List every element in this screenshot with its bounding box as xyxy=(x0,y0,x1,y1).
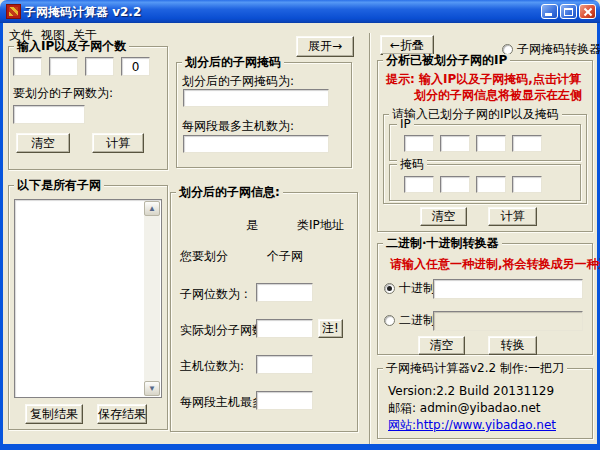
collapse-button[interactable]: ←折叠 xyxy=(380,35,434,55)
analyze-ip-octet4-input[interactable] xyxy=(512,135,542,152)
converter-clear-button[interactable]: 清空 xyxy=(418,336,465,355)
max-hosts-input[interactable] xyxy=(183,135,329,153)
close-icon xyxy=(580,5,595,18)
mask-result-label: 划分后的子网掩码为: xyxy=(182,74,294,88)
converter-hint: 请输入任意一种进制,将会转换成另一种进制 xyxy=(390,257,600,271)
analyze-mask-octet3-input[interactable] xyxy=(476,176,506,193)
close-button[interactable] xyxy=(579,4,596,19)
ip-octet1-input[interactable] xyxy=(13,57,42,76)
left-clear-button[interactable]: 清空 xyxy=(16,133,70,153)
subnet-info-group-title: 划分后的子网信息: xyxy=(176,186,283,198)
subnet-count-input[interactable] xyxy=(13,105,85,124)
analyze-hint-line1: 提示: 输入IP以及子网掩码,点击计算 xyxy=(386,72,581,86)
analyze-mask-octet4-input[interactable] xyxy=(512,176,542,193)
mask-result-group-title: 划分后的子网掩码 xyxy=(182,56,284,68)
window-border-bottom xyxy=(0,444,600,450)
expand-button[interactable]: 展开→ xyxy=(296,36,354,57)
analyze-group-title: 分析已被划分子网的IP xyxy=(383,54,510,66)
actual-subnets-input[interactable] xyxy=(256,319,313,338)
max-hosts-label: 每网段最多主机数为: xyxy=(182,119,294,133)
app-window: 子网掩码计算器 v2.2 文件 视图 关于 输入IP以及子网个数 要划分的子网数… xyxy=(0,0,600,450)
window-title: 子网掩码计算器 v2.2 xyxy=(24,4,141,21)
scrollbar-up-button[interactable]: ▲ xyxy=(144,201,160,216)
ip-octet4-input[interactable] xyxy=(121,57,150,76)
subnets-suffix-label: 个子网 xyxy=(267,249,303,263)
segment-max-hosts-input[interactable] xyxy=(256,391,313,410)
host-bits-input[interactable] xyxy=(256,355,313,374)
analyze-ip-octet2-input[interactable] xyxy=(440,135,470,152)
analyze-ip-octet3-input[interactable] xyxy=(476,135,506,152)
mask-converter-radio-label[interactable]: 子网掩码转换器 xyxy=(517,42,600,56)
analyze-ip-label: IP xyxy=(397,118,414,130)
arrow-down-icon: ▼ xyxy=(148,384,156,393)
you-divide-label: 您要划分 xyxy=(180,249,228,263)
segment-max-hosts-label: 每网段主机最多: xyxy=(180,395,268,409)
subnets-scrollbar: ▲ ▼ xyxy=(144,201,160,396)
column-divider xyxy=(369,33,371,444)
host-bits-label: 主机位数为: xyxy=(180,359,244,373)
subnets-group-title: 以下是所有子网 xyxy=(14,179,104,191)
minimize-icon xyxy=(545,13,552,16)
decimal-input[interactable] xyxy=(433,279,583,299)
analyze-ip-octet1-input[interactable] xyxy=(404,135,434,152)
scrollbar-down-button[interactable]: ▼ xyxy=(144,381,160,396)
website-link[interactable]: 网站:http://www.yibadao.net xyxy=(388,417,556,434)
analyze-mask-label: 掩码 xyxy=(397,158,427,170)
save-result-button[interactable]: 保存结果 xyxy=(97,404,147,424)
ip-input-group-title: 输入IP以及子网个数 xyxy=(14,40,129,52)
title-bar: 子网掩码计算器 v2.2 xyxy=(0,0,600,23)
actual-subnets-label: 实际划分子网数: xyxy=(180,323,268,337)
email-text: 邮箱: admin@yibadao.net xyxy=(388,401,540,415)
subnet-bits-input[interactable] xyxy=(256,283,313,302)
analyze-mask-octet2-input[interactable] xyxy=(440,176,470,193)
mask-result-input[interactable] xyxy=(183,89,329,107)
analyze-mask-octet1-input[interactable] xyxy=(404,176,434,193)
ip-octet2-input[interactable] xyxy=(49,57,78,76)
window-border-left xyxy=(0,23,3,450)
subnet-bits-label: 子网位数为 : xyxy=(180,287,248,301)
analyze-input-group-title: 请输入已划分子网的IP以及掩码 xyxy=(389,108,562,120)
subnet-count-label: 要划分的子网数为: xyxy=(13,86,113,100)
copy-result-button[interactable]: 复制结果 xyxy=(25,404,83,424)
maximize-button[interactable] xyxy=(560,4,577,19)
note-button[interactable]: 注! xyxy=(318,319,343,338)
ip-octet3-input[interactable] xyxy=(85,57,114,76)
about-group-title: 子网掩码计算器v2.2 制作:一把刀 xyxy=(383,362,567,374)
binary-input[interactable] xyxy=(433,311,583,331)
app-icon xyxy=(6,4,21,19)
analyze-clear-button[interactable]: 清空 xyxy=(420,207,467,226)
decimal-radio[interactable] xyxy=(384,283,395,294)
subnets-listbox[interactable]: ▲ ▼ xyxy=(14,199,162,398)
analyze-calc-button[interactable]: 计算 xyxy=(488,207,537,226)
analyze-hint-line2: 划分的子网信息将被显示在左侧 xyxy=(414,88,582,102)
minimize-button[interactable] xyxy=(541,4,558,19)
binary-radio[interactable] xyxy=(384,315,395,326)
left-calc-button[interactable]: 计算 xyxy=(92,133,144,153)
ip-class-label: 类IP地址 xyxy=(297,218,344,232)
arrow-up-icon: ▲ xyxy=(148,204,156,213)
convert-button[interactable]: 转换 xyxy=(488,336,537,355)
maximize-icon xyxy=(564,8,573,16)
version-text: Version:2.2 Build 20131129 xyxy=(388,384,554,398)
is-label: 是 xyxy=(246,218,258,232)
converter-group-title: 二进制·十进制转换器 xyxy=(383,237,502,249)
